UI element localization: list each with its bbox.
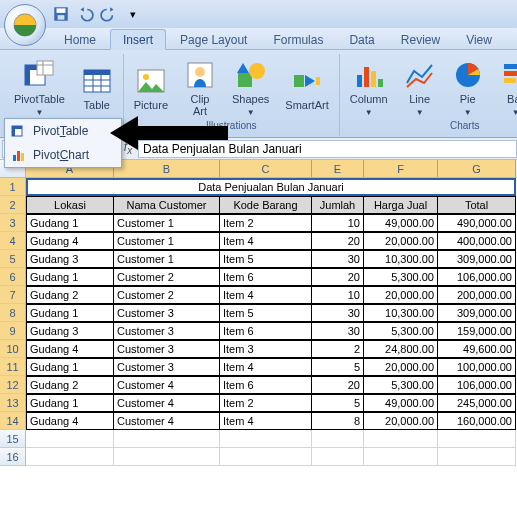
table-cell[interactable]: Customer 1 (114, 250, 220, 268)
table-cell[interactable]: 30 (312, 250, 364, 268)
table-cell[interactable]: 309,000.00 (438, 304, 516, 322)
bar-chart-button[interactable]: Bar ▼ (496, 57, 517, 118)
row-header[interactable]: 9 (0, 322, 26, 340)
ribbon-tab-home[interactable]: Home (52, 30, 108, 49)
empty-cell[interactable] (364, 430, 438, 448)
table-cell[interactable]: 245,000.00 (438, 394, 516, 412)
table-cell[interactable]: Customer 4 (114, 412, 220, 430)
empty-cell[interactable] (312, 430, 364, 448)
save-icon[interactable] (52, 5, 70, 23)
table-cell[interactable]: 20,000.00 (364, 232, 438, 250)
table-cell[interactable]: Gudang 1 (26, 214, 114, 232)
ribbon-tab-insert[interactable]: Insert (110, 29, 166, 50)
table-cell[interactable]: Item 3 (220, 340, 312, 358)
table-cell[interactable]: 10 (312, 286, 364, 304)
office-button[interactable] (4, 4, 46, 46)
table-cell[interactable]: Gudang 2 (26, 286, 114, 304)
row-header[interactable]: 6 (0, 268, 26, 286)
ribbon-tab-review[interactable]: Review (389, 30, 452, 49)
table-cell[interactable]: 49,000.00 (364, 214, 438, 232)
table-cell[interactable]: Gudang 4 (26, 232, 114, 250)
menu-item-pivotchart[interactable]: PivotChart (5, 143, 121, 167)
row-header[interactable]: 12 (0, 376, 26, 394)
table-header-cell[interactable]: Lokasi (26, 196, 114, 214)
pivottable-button[interactable]: PivotTable ▼ (10, 57, 69, 118)
row-header[interactable]: 1 (0, 178, 26, 196)
row-header[interactable]: 3 (0, 214, 26, 232)
table-header-cell[interactable]: Kode Barang (220, 196, 312, 214)
row-header[interactable]: 5 (0, 250, 26, 268)
menu-item-pivottable[interactable]: PivotTable (5, 119, 121, 143)
table-cell[interactable]: Item 6 (220, 376, 312, 394)
table-cell[interactable]: Item 4 (220, 286, 312, 304)
table-cell[interactable]: Item 4 (220, 232, 312, 250)
table-cell[interactable]: 106,000.00 (438, 268, 516, 286)
table-cell[interactable]: Customer 1 (114, 214, 220, 232)
empty-cell[interactable] (438, 448, 516, 466)
row-header[interactable]: 7 (0, 286, 26, 304)
row-header[interactable]: 2 (0, 196, 26, 214)
table-cell[interactable]: 159,000.00 (438, 322, 516, 340)
table-cell[interactable]: 160,000.00 (438, 412, 516, 430)
empty-cell[interactable] (312, 448, 364, 466)
row-header[interactable]: 4 (0, 232, 26, 250)
table-cell[interactable]: Gudang 1 (26, 358, 114, 376)
table-cell[interactable]: Gudang 4 (26, 412, 114, 430)
table-cell[interactable]: Customer 2 (114, 268, 220, 286)
table-cell[interactable]: 49,000.00 (364, 394, 438, 412)
table-cell[interactable]: Item 5 (220, 304, 312, 322)
table-cell[interactable]: Gudang 1 (26, 304, 114, 322)
table-cell[interactable]: 8 (312, 412, 364, 430)
table-cell[interactable]: Item 6 (220, 322, 312, 340)
table-cell[interactable]: Item 2 (220, 214, 312, 232)
table-cell[interactable]: 309,000.00 (438, 250, 516, 268)
table-cell[interactable]: 20 (312, 232, 364, 250)
table-cell[interactable]: Customer 3 (114, 322, 220, 340)
table-cell[interactable]: 490,000.00 (438, 214, 516, 232)
ribbon-tab-data[interactable]: Data (337, 30, 386, 49)
empty-cell[interactable] (114, 448, 220, 466)
table-cell[interactable]: 5 (312, 394, 364, 412)
empty-cell[interactable] (114, 430, 220, 448)
column-header-G[interactable]: G (438, 160, 516, 177)
row-header[interactable]: 13 (0, 394, 26, 412)
table-cell[interactable]: 5,300.00 (364, 376, 438, 394)
row-header[interactable]: 14 (0, 412, 26, 430)
empty-cell[interactable] (364, 448, 438, 466)
smartart-button[interactable]: SmartArt (281, 63, 332, 113)
picture-button[interactable]: Picture (130, 63, 172, 113)
table-cell[interactable]: 30 (312, 322, 364, 340)
table-cell[interactable]: Gudang 2 (26, 376, 114, 394)
column-chart-button[interactable]: Column ▼ (346, 57, 392, 118)
column-header-B[interactable]: B (114, 160, 220, 177)
table-cell[interactable]: 400,000.00 (438, 232, 516, 250)
table-cell[interactable]: 49,600.00 (438, 340, 516, 358)
ribbon-tab-formulas[interactable]: Formulas (261, 30, 335, 49)
table-cell[interactable]: Item 5 (220, 250, 312, 268)
row-header[interactable]: 11 (0, 358, 26, 376)
table-cell[interactable]: Customer 1 (114, 232, 220, 250)
empty-cell[interactable] (26, 448, 114, 466)
table-cell[interactable]: Gudang 4 (26, 340, 114, 358)
table-cell[interactable]: Item 4 (220, 358, 312, 376)
empty-cell[interactable] (220, 430, 312, 448)
table-header-cell[interactable]: Harga Jual (364, 196, 438, 214)
empty-cell[interactable] (220, 448, 312, 466)
table-cell[interactable]: Customer 3 (114, 358, 220, 376)
table-cell[interactable]: 20,000.00 (364, 358, 438, 376)
table-cell[interactable]: Gudang 3 (26, 322, 114, 340)
table-cell[interactable]: Item 6 (220, 268, 312, 286)
column-header-F[interactable]: F (364, 160, 438, 177)
table-cell[interactable]: Customer 3 (114, 340, 220, 358)
table-cell[interactable]: 20 (312, 376, 364, 394)
table-cell[interactable]: 24,800.00 (364, 340, 438, 358)
table-cell[interactable]: Item 4 (220, 412, 312, 430)
table-cell[interactable]: 5 (312, 358, 364, 376)
table-cell[interactable]: Gudang 1 (26, 394, 114, 412)
line-chart-button[interactable]: Line ▼ (400, 57, 440, 118)
table-cell[interactable]: 106,000.00 (438, 376, 516, 394)
table-cell[interactable]: Customer 4 (114, 394, 220, 412)
table-cell[interactable]: 2 (312, 340, 364, 358)
table-cell[interactable]: Gudang 3 (26, 250, 114, 268)
ribbon-tab-view[interactable]: View (454, 30, 504, 49)
